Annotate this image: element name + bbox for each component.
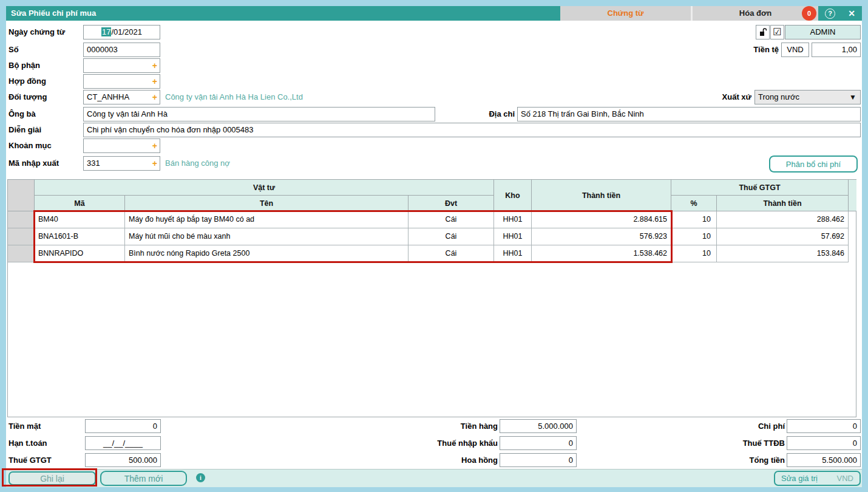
label-thue-ttdb: Thuế TTĐB — [674, 436, 785, 451]
annotation-ghi-lai-highlight — [2, 468, 97, 487]
label-thue-gtgt: Thuế GTGT — [8, 453, 52, 468]
cell-thue[interactable]: 288.462 — [717, 211, 849, 228]
khoan-muc-input[interactable]: + — [83, 138, 160, 153]
label-thue-nhap-khau: Thuế nhập khẩu — [395, 436, 498, 451]
label-so: Số — [8, 43, 19, 57]
them-moi-button[interactable]: Thêm mới — [100, 471, 187, 486]
annotation-rows-highlight — [33, 210, 673, 263]
header-thue-percent: % — [671, 196, 717, 211]
info-icon[interactable]: i — [196, 473, 205, 482]
ong-ba-input[interactable]: Công ty vận tải Anh Hà — [83, 107, 435, 121]
label-han-ttoan: Hạn t.toán — [8, 436, 47, 451]
close-icon[interactable]: ✕ — [846, 7, 858, 19]
chevron-down-icon: ▼ — [849, 91, 856, 104]
unlock-icon — [759, 28, 767, 36]
header-thanh-tien: Thành tiền — [532, 180, 671, 211]
doi-tuong-hint: Công ty vận tải Anh Hà Ha Lien Co.,Ltd — [165, 90, 303, 104]
currency-field[interactable]: VND — [781, 43, 809, 57]
plus-icon[interactable]: + — [152, 91, 157, 104]
sua-gia-tri-label: Sửa giá trị — [781, 472, 818, 485]
xuat-xu-dropdown[interactable]: Trong nước▼ — [754, 90, 861, 104]
phan-bo-chi-phi-button[interactable]: Phân bổ chi phí — [769, 155, 858, 173]
desktop-background: Sửa Phiếu chi phí mua Chứng từ Hóa đơn 0… — [0, 0, 868, 492]
date-day-selected: 17 — [101, 27, 111, 36]
label-hoa-hong: Hoa hồng — [395, 453, 498, 468]
tab-chung-tu[interactable]: Chứng từ — [560, 6, 691, 21]
header-dvt: Đvt — [409, 196, 494, 211]
label-ngay-chung-tu: Ngày chứng từ — [8, 25, 65, 39]
window-title: Sửa Phiếu chi phí mua — [11, 6, 96, 21]
checkbox-icon: ☑ — [773, 27, 781, 37]
thue-gtgt-input[interactable]: 500.000 — [85, 453, 161, 467]
thue-ttdb-input[interactable]: 0 — [787, 436, 861, 450]
header-ten: Tên — [125, 196, 409, 211]
chi-phi-input[interactable]: 0 — [787, 419, 861, 433]
plus-icon[interactable]: + — [152, 59, 157, 72]
label-tong-tien: Tổng tiền — [674, 453, 785, 468]
label-xuat-xu: Xuất xứ — [692, 90, 751, 104]
hoa-hong-input[interactable]: 0 — [500, 453, 577, 467]
label-hop-dong: Hợp đồng — [8, 74, 46, 89]
sua-gia-tri-button[interactable]: Sửa giá trị VND — [774, 471, 861, 486]
cell-thue[interactable]: 153.846 — [717, 245, 849, 262]
han-ttoan-input[interactable]: __/__/____ — [85, 436, 161, 450]
dien-giai-input[interactable]: Chi phí vận chuyển cho hóa đơn nhập 0005… — [83, 123, 861, 137]
ma-nhap-xuat-input[interactable]: 331+ — [83, 156, 160, 171]
label-doi-tuong: Đối tượng — [8, 90, 47, 104]
thue-nhap-khau-input[interactable]: 0 — [500, 436, 577, 450]
header-spacer — [849, 180, 856, 211]
label-tien-te: Tiền tệ — [692, 43, 779, 57]
plus-icon[interactable]: + — [152, 157, 157, 170]
row-selector-header — [8, 180, 35, 211]
dia-chi-input[interactable]: Số 218 Thị trấn Gai Bình, Bắc Ninh — [517, 107, 861, 121]
header-thue-thanh-tien: Thành tiền — [717, 196, 849, 211]
lock-button[interactable] — [756, 25, 770, 39]
label-bo-phan: Bộ phận — [8, 58, 40, 73]
label-khoan-muc: Khoản mục — [8, 138, 52, 153]
label-ma-nhap-xuat: Mã nhập xuất — [8, 156, 59, 171]
tong-tien-input[interactable]: 5.500.000 — [787, 453, 861, 467]
exchange-rate-field[interactable]: 1,00 — [812, 43, 861, 57]
plus-icon[interactable]: + — [152, 139, 157, 152]
cell-thue[interactable]: 57.692 — [717, 228, 849, 245]
check-button[interactable]: ☑ — [770, 25, 784, 39]
cell-pct[interactable]: 10 — [671, 228, 717, 245]
row-selector[interactable] — [8, 228, 35, 245]
notification-badge: 0 — [802, 6, 816, 21]
user-field: ADMIN — [785, 25, 861, 39]
label-chi-phi: Chi phí — [674, 419, 785, 434]
header-thue-gtgt: Thuế GTGT — [671, 180, 849, 196]
label-tien-mat: Tiền mặt — [8, 419, 41, 434]
edit-purchase-expense-window: Sửa Phiếu chi phí mua Chứng từ Hóa đơn 0… — [6, 6, 862, 487]
tab-hoa-don[interactable]: Hóa đơn — [693, 6, 818, 21]
header-vat-tu: Vật tư — [35, 180, 494, 196]
plus-icon[interactable]: + — [152, 75, 157, 88]
tien-hang-input[interactable]: 5.000.000 — [500, 419, 577, 433]
date-rest: /01/2021 — [111, 27, 142, 36]
doi-tuong-input[interactable]: CT_ANHHA+ — [83, 90, 160, 104]
help-icon[interactable]: ? — [825, 9, 835, 19]
row-selector[interactable] — [8, 211, 35, 228]
cell-pct[interactable]: 10 — [671, 245, 717, 262]
hop-dong-input[interactable]: + — [83, 74, 160, 89]
label-tien-hang: Tiền hàng — [395, 419, 498, 434]
bo-phan-input[interactable]: + — [83, 58, 160, 73]
row-selector[interactable] — [8, 245, 35, 262]
sua-gia-tri-currency: VND — [837, 472, 853, 485]
ma-nhap-xuat-hint: Bán hàng công nợ — [165, 156, 230, 171]
label-ong-ba: Ông bà — [8, 107, 36, 121]
label-dien-giai: Diễn giải — [8, 123, 41, 137]
cell-pct[interactable]: 10 — [671, 211, 717, 228]
label-dia-chi: Địa chỉ — [455, 107, 515, 121]
so-input[interactable]: 0000003 — [83, 43, 160, 57]
tien-mat-input[interactable]: 0 — [85, 419, 161, 433]
header-kho: Kho — [494, 180, 532, 211]
header-ma: Mã — [35, 196, 125, 211]
date-input[interactable]: 17/01/2021 — [83, 25, 160, 39]
